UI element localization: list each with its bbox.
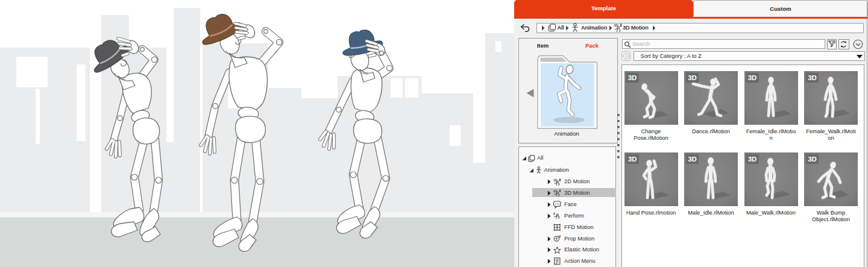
svg-text:P: P [553, 213, 556, 216]
